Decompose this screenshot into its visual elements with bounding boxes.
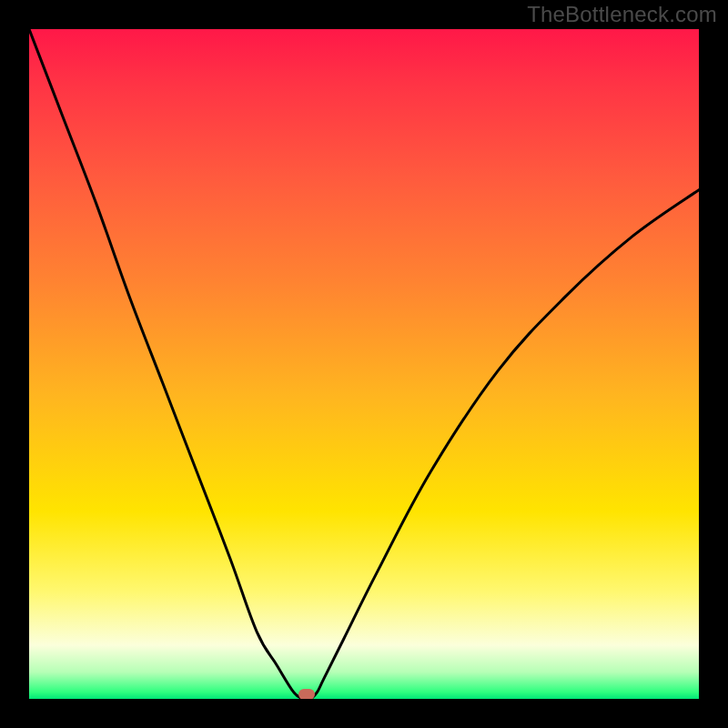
plot-frame (29, 29, 699, 699)
watermark-text: TheBottleneck.com (527, 2, 717, 27)
bottleneck-curve (29, 29, 699, 699)
optimal-point-marker (298, 689, 315, 699)
curve-path (29, 29, 699, 699)
stage: TheBottleneck.com (0, 0, 728, 728)
